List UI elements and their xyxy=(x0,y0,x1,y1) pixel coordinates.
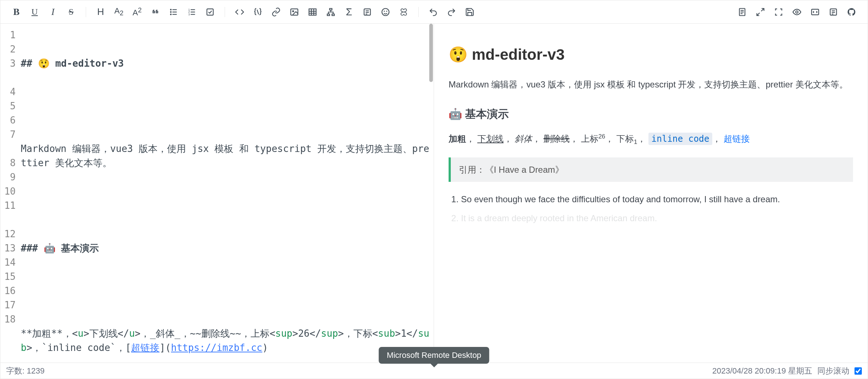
remote-desktop-tooltip: Microsoft Remote Desktop xyxy=(379,347,489,364)
toolbar: B U I S H A2 A2 123 Σ xyxy=(0,0,868,24)
form-button[interactable] xyxy=(360,5,375,19)
preview-inline-demo: 加粗， 下划线， 斜体， 删除线， 上标26， 下标1， inline code… xyxy=(449,132,853,147)
catalog-button[interactable] xyxy=(826,5,841,19)
toolbar-divider xyxy=(418,7,419,17)
superscript-icon: A2 xyxy=(133,6,142,17)
save-button[interactable] xyxy=(462,5,477,19)
subscript-button[interactable]: A2 xyxy=(112,5,126,19)
svg-point-28 xyxy=(382,8,389,16)
preview-pane[interactable]: 😲 md-editor-v3 Markdown 编辑器，vue3 版本，使用 j… xyxy=(434,24,868,363)
bold-icon: B xyxy=(13,7,19,17)
emoji-button[interactable] xyxy=(378,5,393,19)
scrollbar-thumb[interactable] xyxy=(429,24,433,82)
svg-point-15 xyxy=(292,11,294,12)
svg-point-37 xyxy=(796,11,798,13)
editor-body: 1 2 3 4 5 6 7 8 9 10 11 12 13 14 15 16 1… xyxy=(0,24,868,363)
subscript-icon: A2 xyxy=(115,6,124,17)
undo-icon xyxy=(429,7,438,17)
preview-blockquote: 引用：《I Have a Dream》 xyxy=(449,157,853,182)
svg-point-0 xyxy=(170,9,171,10)
link-icon xyxy=(271,7,281,17)
svg-point-2 xyxy=(170,11,171,12)
md-editor: B U I S H A2 A2 123 Σ xyxy=(0,0,868,379)
quote-icon xyxy=(151,7,160,17)
redo-icon xyxy=(447,7,456,17)
underline-button[interactable]: U xyxy=(27,5,42,19)
ul-button[interactable] xyxy=(166,5,181,19)
preview-link[interactable]: 超链接 xyxy=(724,134,750,144)
svg-rect-23 xyxy=(332,14,334,15)
github-button[interactable] xyxy=(844,5,859,19)
ul-icon xyxy=(169,7,178,17)
italic-button[interactable]: I xyxy=(46,5,60,19)
list-item: It is a dream deeply rooted in the Ameri… xyxy=(461,211,853,226)
italic-icon: I xyxy=(51,7,55,17)
code-content[interactable]: ## 😲 md-editor-v3 Markdown 编辑器，vue3 版本，使… xyxy=(19,24,434,363)
html-preview-button[interactable] xyxy=(808,5,822,19)
svg-rect-12 xyxy=(207,9,213,15)
strike-button[interactable]: S xyxy=(64,5,78,19)
butterfly-icon xyxy=(399,7,408,17)
word-count: 字数: 1239 xyxy=(6,366,44,376)
codeblock-button[interactable] xyxy=(251,5,265,19)
sync-scroll-checkbox[interactable] xyxy=(855,367,862,375)
github-icon xyxy=(847,7,856,17)
form-icon xyxy=(363,7,372,17)
mark-button[interactable] xyxy=(396,5,411,19)
table-button[interactable] xyxy=(305,5,320,19)
svg-rect-16 xyxy=(309,9,316,15)
code-icon xyxy=(235,7,244,17)
preview-ol: So even though we face the difficulties … xyxy=(461,192,853,225)
editor-pane[interactable]: 1 2 3 4 5 6 7 8 9 10 11 12 13 14 15 16 1… xyxy=(0,24,434,363)
preview-intro: Markdown 编辑器，vue3 版本，使用 jsx 模板 和 typescr… xyxy=(449,77,853,92)
svg-rect-22 xyxy=(327,14,330,15)
mermaid-icon xyxy=(326,7,336,17)
image-icon xyxy=(290,7,299,17)
bold-button[interactable]: B xyxy=(9,5,24,19)
toolbar-divider xyxy=(225,7,225,17)
formula-button[interactable]: Σ xyxy=(342,5,356,19)
strike-icon: S xyxy=(69,7,73,17)
task-icon xyxy=(205,7,215,17)
fullscreen-button[interactable] xyxy=(771,5,786,19)
sync-scroll-label: 同步滚动 xyxy=(817,366,849,376)
eye-icon xyxy=(792,7,802,17)
emoji-icon xyxy=(381,7,390,17)
table-icon xyxy=(308,7,317,17)
toolbar-divider xyxy=(86,7,86,17)
svg-point-30 xyxy=(387,11,387,11)
heading-button[interactable]: H xyxy=(93,5,108,19)
braces-icon xyxy=(253,7,263,17)
superscript-button[interactable]: A2 xyxy=(130,5,144,19)
svg-rect-21 xyxy=(330,8,332,10)
list-item: So even though we face the difficulties … xyxy=(461,192,853,207)
quote-button[interactable] xyxy=(148,5,163,19)
preview-only-button[interactable] xyxy=(735,5,749,19)
link-button[interactable] xyxy=(269,5,283,19)
undo-button[interactable] xyxy=(426,5,441,19)
code-button[interactable] xyxy=(232,5,247,19)
mermaid-button[interactable] xyxy=(323,5,338,19)
svg-point-4 xyxy=(170,14,171,15)
svg-text:3: 3 xyxy=(188,12,190,16)
redo-button[interactable] xyxy=(444,5,459,19)
ol-button[interactable]: 123 xyxy=(185,5,199,19)
save-icon xyxy=(465,7,474,17)
editor-scrollbar[interactable] xyxy=(429,24,434,363)
footer-datetime: 2023/04/28 20:09:19 星期五 xyxy=(712,366,812,376)
page-icon xyxy=(737,7,747,17)
ol-icon: 123 xyxy=(187,7,197,17)
svg-line-36 xyxy=(757,13,760,16)
html-icon xyxy=(810,7,820,17)
fullscreen-icon xyxy=(774,7,783,17)
image-button[interactable] xyxy=(287,5,302,19)
expand-button[interactable] xyxy=(753,5,768,19)
svg-point-29 xyxy=(384,11,384,11)
catalog-icon xyxy=(829,7,838,17)
heading-icon: H xyxy=(97,6,104,17)
preview-h2: 😲 md-editor-v3 xyxy=(449,42,853,67)
task-button[interactable] xyxy=(203,5,217,19)
preview-button[interactable] xyxy=(790,5,804,19)
sigma-icon: Σ xyxy=(346,6,352,18)
preview-h3: 🤖 基本演示 xyxy=(449,105,853,123)
